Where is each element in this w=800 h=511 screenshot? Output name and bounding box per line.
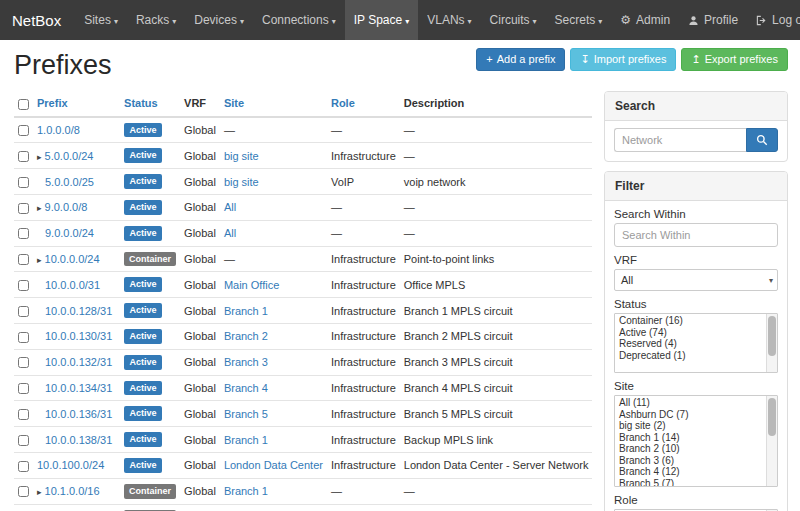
prefix-link[interactable]: 10.0.0.0/24 — [45, 253, 100, 265]
filter-option[interactable]: Active (74) — [616, 327, 764, 339]
prefix-link[interactable]: 5.0.0.0/24 — [45, 150, 94, 162]
role-cell: — — [327, 220, 400, 246]
description-cell: — — [400, 220, 593, 246]
app-logo[interactable]: NetBox — [0, 0, 75, 40]
site-link[interactable]: Main Office — [224, 279, 279, 291]
site-link[interactable]: London Data Center — [224, 459, 323, 471]
nav-item-log-out[interactable]: Log out — [747, 0, 800, 40]
chevron-down-icon: ▾ — [468, 17, 472, 26]
filter-option[interactable]: Branch 2 (10) — [616, 443, 764, 455]
prefix-link[interactable]: 10.0.0.0/31 — [45, 279, 100, 291]
nav-item-admin[interactable]: ⚙Admin — [611, 0, 679, 40]
status-badge: Active — [124, 406, 162, 421]
filter-option[interactable]: Branch 1 (14) — [616, 432, 764, 444]
vrf-select[interactable]: All ▾ — [614, 269, 778, 291]
filter-option[interactable]: Reserved (4) — [616, 338, 764, 350]
site-link[interactable]: Branch 3 — [224, 356, 268, 368]
vrf-cell: Global — [180, 478, 220, 504]
prefix-link[interactable]: 5.0.0.0/25 — [45, 176, 94, 188]
site-link[interactable]: All — [224, 227, 236, 239]
vrf-cell: Global — [180, 298, 220, 324]
prefix-link[interactable]: 1.0.0.0/8 — [37, 124, 80, 136]
table-row: 10.0.0.138/31ActiveGlobalBranch 1Infrast… — [14, 427, 592, 453]
table-row: 10.0.100.0/24ActiveGlobalLondon Data Cen… — [14, 452, 592, 478]
site-link[interactable]: Branch 2 — [224, 330, 268, 342]
row-checkbox[interactable] — [18, 486, 29, 497]
prefix-link[interactable]: 9.0.0.0/24 — [45, 227, 94, 239]
scrollbar[interactable] — [766, 396, 777, 486]
nav-item-sites[interactable]: Sites▾ — [75, 0, 127, 40]
add-a-prefix-button[interactable]: +Add a prefix — [476, 48, 565, 71]
prefix-link[interactable]: 10.0.0.132/31 — [45, 356, 112, 368]
table-row: ▸5.0.0.0/24ActiveGlobalbig siteInfrastru… — [14, 143, 592, 169]
filter-option[interactable]: big site (2) — [616, 420, 764, 432]
row-checkbox[interactable] — [18, 306, 29, 317]
filter-option[interactable]: Deprecated (1) — [616, 350, 764, 362]
row-checkbox[interactable] — [18, 177, 29, 188]
nav-item-ip-space[interactable]: IP Space▾ — [345, 0, 419, 40]
nav-item-devices[interactable]: Devices▾ — [185, 0, 253, 40]
row-checkbox[interactable] — [18, 254, 29, 265]
nav-item-vlans[interactable]: VLANs▾ — [418, 0, 480, 40]
row-checkbox[interactable] — [18, 228, 29, 239]
description-cell: Branch 5 MPLS circuit — [400, 401, 593, 427]
export-prefixes-button[interactable]: ↥Export prefixes — [681, 48, 788, 71]
scrollbar[interactable] — [766, 314, 777, 372]
prefix-link[interactable]: 10.0.100.0/24 — [37, 459, 104, 471]
prefix-link[interactable]: 10.0.0.128/31 — [45, 305, 112, 317]
site-link[interactable]: Branch 1 — [224, 434, 268, 446]
prefix-link[interactable]: 9.0.0.0/8 — [45, 201, 88, 213]
table-row: 5.0.0.0/25ActiveGlobalbig siteVoIPvoip n… — [14, 169, 592, 195]
column-header-status[interactable]: Status — [120, 91, 180, 117]
row-checkbox[interactable] — [18, 125, 29, 136]
site-link[interactable]: big site — [224, 150, 259, 162]
row-checkbox[interactable] — [18, 357, 29, 368]
site-cell: Branch 2 — [220, 323, 327, 349]
nav-item-circuits[interactable]: Circuits▾ — [481, 0, 546, 40]
site-link[interactable]: All — [224, 201, 236, 213]
nav-item-connections[interactable]: Connections▾ — [253, 0, 345, 40]
row-checkbox[interactable] — [18, 383, 29, 394]
row-checkbox[interactable] — [18, 203, 29, 214]
site-link[interactable]: Branch 4 — [224, 382, 268, 394]
prefix-link[interactable]: 10.0.0.130/31 — [45, 330, 112, 342]
row-checkbox[interactable] — [18, 409, 29, 420]
column-header-site[interactable]: Site — [220, 91, 327, 117]
row-checkbox[interactable] — [18, 280, 29, 291]
filter-option[interactable]: Ashburn DC (7) — [616, 409, 764, 421]
filter-option[interactable]: Branch 4 (12) — [616, 466, 764, 478]
filter-option[interactable]: All (11) — [616, 397, 764, 409]
status-listbox[interactable]: Container (16)Active (74)Reserved (4)Dep… — [614, 313, 778, 373]
search-button[interactable] — [746, 128, 778, 152]
import-prefixes-button[interactable]: ↧Import prefixes — [570, 48, 676, 71]
row-checkbox[interactable] — [18, 461, 29, 472]
prefix-link[interactable]: 10.0.0.138/31 — [45, 434, 112, 446]
description-cell: Point-to-point links — [400, 246, 593, 272]
prefix-link[interactable]: 10.1.0.0/16 — [45, 485, 100, 497]
filter-option[interactable]: Branch 3 (6) — [616, 455, 764, 467]
row-checkbox[interactable] — [18, 332, 29, 343]
column-header-role[interactable]: Role — [327, 91, 400, 117]
row-checkbox[interactable] — [18, 435, 29, 446]
nav-item-secrets[interactable]: Secrets▾ — [546, 0, 612, 40]
prefix-link[interactable]: 10.0.0.134/31 — [45, 382, 112, 394]
filter-option[interactable]: Branch 5 (7) — [616, 478, 764, 488]
search-input[interactable] — [614, 128, 746, 152]
site-listbox[interactable]: All (11)Ashburn DC (7)big site (2)Branch… — [614, 395, 778, 487]
filter-option[interactable]: Container (16) — [616, 315, 764, 327]
site-link[interactable]: big site — [224, 176, 259, 188]
column-header-prefix[interactable]: Prefix — [33, 91, 120, 117]
nav-item-profile[interactable]: Profile — [679, 0, 747, 40]
status-badge: Container — [124, 484, 176, 499]
prefix-link[interactable]: 10.0.0.136/31 — [45, 408, 112, 420]
nav-item-label: Profile — [704, 13, 738, 27]
site-link[interactable]: Branch 5 — [224, 408, 268, 420]
nav-item-racks[interactable]: Racks▾ — [127, 0, 185, 40]
row-checkbox[interactable] — [18, 151, 29, 162]
description-cell: — — [400, 478, 593, 504]
search-within-input[interactable] — [614, 223, 778, 247]
site-link[interactable]: Branch 1 — [224, 305, 268, 317]
select-all-checkbox[interactable] — [18, 99, 29, 110]
site-link[interactable]: Branch 1 — [224, 485, 268, 497]
chevron-down-icon: ▾ — [172, 17, 176, 26]
